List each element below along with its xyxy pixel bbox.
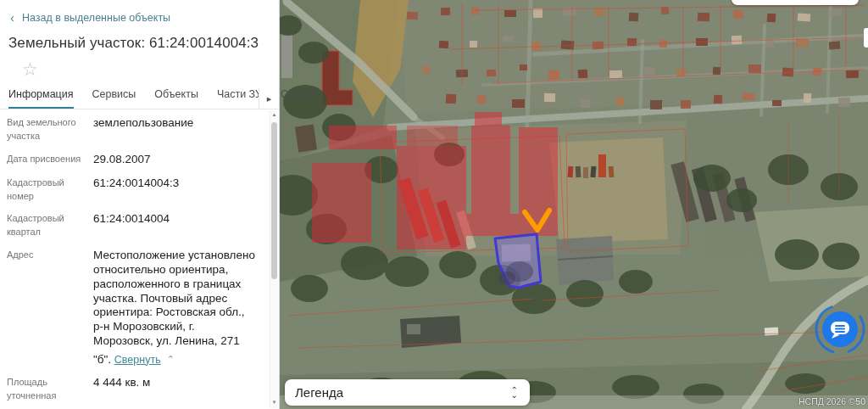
- highlight-overlay-red: [312, 112, 558, 249]
- field-label: Площадь уточненная: [7, 376, 90, 403]
- dropdown-updown-icon: ⌃⌄: [511, 388, 518, 397]
- field-label: Вид земельного участка: [7, 116, 90, 143]
- field-value: 61:24:0014004: [90, 212, 170, 227]
- tab-parcel-parts[interactable]: Части ЗУ: [217, 88, 262, 109]
- field-value: Местоположение установлено относительно …: [90, 249, 257, 367]
- watermark: НСПД 2026 ©: [798, 396, 855, 406]
- field-value: 29.08.2007: [90, 153, 151, 167]
- legend-label: Легенда: [295, 385, 511, 400]
- back-chevron-icon: ‹: [10, 11, 14, 24]
- page-title: Земельный участок: 61:24:0014004:3: [8, 35, 270, 52]
- collapse-link[interactable]: Свернуть: [114, 354, 161, 367]
- field-row-cadastral-block: Кадастровый квартал 61:24:0014004: [7, 212, 257, 239]
- favorite-star-icon[interactable]: ☆: [22, 60, 279, 78]
- selected-parcel-polygon[interactable]: [495, 234, 541, 288]
- chat-button[interactable]: [813, 302, 867, 356]
- field-label: Кадастровый квартал: [7, 212, 90, 239]
- cadastral-map-app: ‹ Назад в выделенные объекты Земельный у…: [0, 0, 868, 409]
- panel-scrollbar[interactable]: ▲ ▼: [270, 110, 278, 408]
- collapse-caret-icon: ⌃: [167, 354, 175, 366]
- map-canvas[interactable]: Легенда ⌃⌄ НСПД 2026 © 50: [280, 0, 868, 409]
- legend-dropdown[interactable]: Легенда ⌃⌄: [285, 379, 530, 406]
- field-value: землепользование: [90, 116, 193, 131]
- info-panel: ‹ Назад в выделенные объекты Земельный у…: [0, 0, 280, 409]
- address-text: Местоположение установлено относительно …: [93, 249, 255, 365]
- tab-information[interactable]: Информация: [8, 88, 74, 109]
- field-value: 4 444 кв. м: [90, 376, 150, 390]
- field-row-area: Площадь уточненная 4 444 кв. м: [7, 376, 257, 403]
- field-list: Вид земельного участка землепользование …: [0, 109, 279, 409]
- scrollbar-track[interactable]: [271, 119, 277, 408]
- tab-bar: Информация Сервисы Объекты Части ЗУ Сост…: [0, 88, 279, 109]
- scale-label: 50: [855, 396, 865, 406]
- field-label: Кадастровый номер: [7, 176, 90, 204]
- satellite-layer: [280, 0, 868, 409]
- scrollbar-thumb[interactable]: [271, 122, 277, 279]
- tab-composition[interactable]: Состав: [281, 88, 315, 109]
- field-row-address: Адрес Местоположение установлено относит…: [7, 249, 257, 367]
- field-label: Адрес: [7, 249, 90, 262]
- back-link-label: Назад в выделенные объекты: [22, 12, 170, 24]
- field-row-land-kind: Вид земельного участка землепользование: [7, 116, 257, 143]
- search-bar-edge: [732, 0, 859, 5]
- field-value: 61:24:0014004:3: [90, 176, 179, 191]
- field-row-date: Дата присвоения 29.08.2007: [7, 153, 257, 167]
- scroll-up-button[interactable]: ▲: [272, 110, 277, 119]
- tab-services[interactable]: Сервисы: [92, 88, 136, 109]
- field-row-cadastral-number: Кадастровый номер 61:24:0014004:3: [7, 176, 257, 204]
- field-label: Дата присвоения: [7, 153, 90, 166]
- back-link[interactable]: ‹ Назад в выделенные объекты: [10, 11, 279, 24]
- collapse-control: Свернуть ⌃: [114, 354, 175, 367]
- tab-objects[interactable]: Объекты: [154, 88, 198, 109]
- tabs-more-button[interactable]: ▸: [259, 88, 279, 109]
- scroll-down-button[interactable]: ▼: [272, 398, 277, 406]
- map-control-edge: [864, 28, 868, 48]
